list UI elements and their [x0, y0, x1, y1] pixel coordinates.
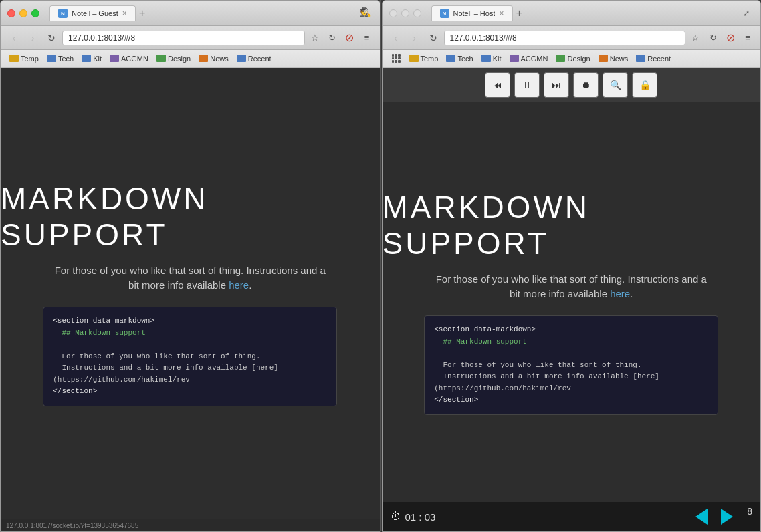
bookmark-design[interactable]: Design — [153, 53, 194, 64]
code-line-6: </section> — [53, 386, 327, 398]
pause-button[interactable]: ⏸ — [514, 72, 540, 98]
refresh-icon-button[interactable]: ↻ — [325, 31, 340, 45]
host-nav-bar: ‹ › ↻ 127.0.0.1:8013/#/8 ☆ ↻ ⊘ ≡ — [383, 26, 761, 50]
window-controls — [7, 9, 39, 17]
maximize-button[interactable] — [31, 9, 39, 17]
host-bookmark-label-design: Design — [567, 55, 590, 63]
host-window-controls — [389, 9, 421, 17]
host-refresh-icon-button[interactable]: ↻ — [705, 31, 720, 45]
code-line-2: ## Markdown support — [53, 327, 327, 340]
host-bookmark-label-kit: Kit — [493, 55, 502, 63]
host-bookmark-label-tech: Tech — [457, 55, 473, 63]
host-control-bar: ⏮ ⏸ ⏭ ⏺ 🔍 🔒 — [383, 68, 761, 102]
prev-start-button[interactable]: ⏮ — [485, 72, 510, 98]
host-bookmark-icon-temp — [409, 55, 419, 62]
host-subtitle-link[interactable]: here — [610, 288, 630, 299]
arrow-right-icon — [721, 509, 733, 525]
subtitle-after: . — [249, 279, 251, 291]
bookmark-icon-kit — [82, 55, 91, 62]
bookmark-news[interactable]: News — [195, 53, 232, 64]
tab-favicon: N — [58, 9, 68, 18]
back-button[interactable]: ‹ — [6, 30, 22, 46]
subtitle-link[interactable]: here — [229, 279, 249, 291]
host-resize-button[interactable]: ⤢ — [739, 6, 754, 21]
code-line-3 — [53, 339, 327, 351]
bookmark-acgmn[interactable]: ACGMN — [106, 53, 152, 64]
host-code-line-5: Instructions and a bit more info availab… — [434, 371, 708, 394]
host-slide-title: MARKDOWN SUPPORT — [383, 189, 761, 261]
bookmark-recent[interactable]: Recent — [233, 53, 275, 64]
bookmark-label-recent: Recent — [248, 55, 271, 63]
close-button[interactable] — [7, 9, 15, 17]
guest-nav-bar: ‹ › ↻ 127.0.0.1:8013/#/8 ☆ ↻ ⊘ ≡ — [1, 26, 380, 50]
host-minimize-button[interactable] — [401, 9, 409, 17]
stop-icon-button[interactable]: ⊘ — [342, 31, 357, 45]
host-refresh-button[interactable]: ↻ — [425, 30, 441, 46]
code-tag-close: </section> — [53, 387, 97, 395]
bookmark-label-acgmn: ACGMN — [121, 55, 148, 63]
host-menu-button[interactable]: ≡ — [740, 31, 755, 45]
next-end-button[interactable]: ⏭ — [544, 72, 569, 98]
window-separator — [380, 0, 381, 532]
bookmark-star-button[interactable]: ☆ — [308, 31, 322, 45]
prev-slide-arrow[interactable] — [691, 506, 712, 527]
slide-number: 8 — [747, 506, 752, 527]
host-bookmark-star-button[interactable]: ☆ — [688, 31, 703, 45]
bookmark-tech[interactable]: Tech — [43, 53, 77, 64]
host-subtitle-after: . — [630, 288, 633, 299]
host-bookmark-kit[interactable]: Kit — [478, 53, 505, 64]
host-bookmark-icon-design — [556, 55, 565, 62]
lock-button[interactable]: 🔒 — [632, 72, 657, 98]
apps-dot — [392, 60, 395, 63]
new-tab-button[interactable]: + — [136, 7, 149, 20]
host-bookmark-tech[interactable]: Tech — [443, 53, 476, 64]
host-maximize-button[interactable] — [413, 9, 421, 17]
search-button[interactable]: 🔍 — [603, 72, 628, 98]
record-button[interactable]: ⏺ — [573, 72, 599, 98]
guest-slide-title: MARKDOWN SUPPORT — [1, 180, 380, 253]
apps-dot — [398, 60, 401, 63]
host-tab-close-button[interactable]: × — [499, 9, 504, 17]
forward-button[interactable]: › — [25, 30, 41, 46]
host-code-comment: ## Markdown support — [434, 338, 527, 346]
bookmark-temp[interactable]: Temp — [6, 53, 42, 64]
host-code-text-1: For those of you who like that sort of t… — [434, 361, 641, 369]
host-forward-button[interactable]: › — [407, 30, 423, 46]
guest-browser-window: N Notell – Guest × + 🕵 ‹ › ↻ 127.0.0.1:8… — [0, 0, 380, 532]
next-slide-arrow[interactable] — [716, 506, 738, 527]
host-bookmark-acgmn[interactable]: ACGMN — [506, 53, 552, 64]
host-bookmark-design[interactable]: Design — [552, 53, 593, 64]
host-bookmarks-bar: Temp Tech Kit ACGMN Design News Recent — [383, 50, 761, 68]
apps-dot — [395, 57, 397, 60]
guest-status-bar: 127.0.0.1:8017/socket.io/?t=139353654768… — [1, 519, 380, 531]
navigation-arrows: 8 — [691, 506, 752, 527]
bookmark-icon-tech — [47, 55, 56, 62]
guest-slide-area: MARKDOWN SUPPORT For those of you who li… — [1, 68, 380, 519]
host-code-block: <section data-markdown> ## Markdown supp… — [424, 315, 718, 415]
host-close-button[interactable] — [389, 9, 397, 17]
active-tab[interactable]: N Notell – Guest × — [49, 5, 136, 21]
host-bookmark-label-recent: Recent — [647, 55, 671, 63]
refresh-button[interactable]: ↻ — [43, 30, 60, 46]
minimize-button[interactable] — [19, 9, 27, 17]
bookmark-kit[interactable]: Kit — [78, 53, 105, 64]
host-code-line-3 — [434, 348, 708, 360]
host-stop-button[interactable]: ⊘ — [723, 31, 738, 45]
url-bar[interactable]: 127.0.0.1:8013/#/8 — [62, 31, 305, 45]
host-code-line-6: </section> — [434, 394, 708, 406]
host-active-tab[interactable]: N Notell – Host × — [431, 5, 513, 21]
host-bookmark-news[interactable]: News — [595, 53, 632, 64]
tab-bar: N Notell – Guest × + — [49, 5, 356, 21]
tab-close-button[interactable]: × — [122, 9, 127, 17]
bookmark-apps[interactable] — [388, 53, 405, 64]
guest-app-content: MARKDOWN SUPPORT For those of you who li… — [1, 68, 380, 531]
host-url-bar[interactable]: 127.0.0.1:8013/#/8 — [444, 31, 686, 45]
host-app-content: MARKDOWN SUPPORT For those of you who li… — [383, 102, 761, 502]
host-new-tab-button[interactable]: + — [513, 7, 526, 20]
host-bookmark-recent[interactable]: Recent — [633, 53, 674, 64]
host-back-button[interactable]: ‹ — [388, 30, 404, 46]
host-bookmark-temp[interactable]: Temp — [406, 53, 442, 64]
menu-button[interactable]: ≡ — [360, 31, 374, 45]
host-tab-title: Notell – Host — [453, 9, 496, 17]
guest-status-text: 127.0.0.1:8017/socket.io/?t=139353654768… — [6, 522, 138, 529]
